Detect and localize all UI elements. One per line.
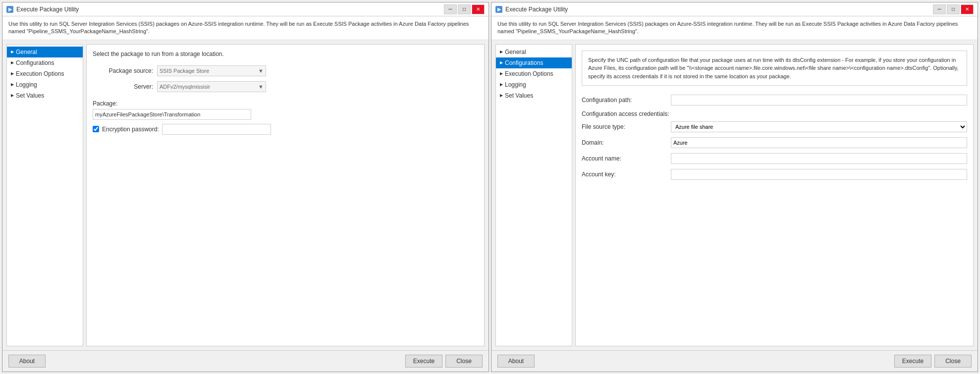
server-row: Server: ADFv2/mysqlmissisir ▼ bbox=[93, 81, 478, 92]
file-source-type-label: File source type: bbox=[582, 123, 671, 130]
file-source-type-select[interactable]: Azure file share File share FTP HTTP SFT… bbox=[671, 121, 967, 132]
account-name-row: Account name: bbox=[582, 153, 967, 164]
config-path-input[interactable] bbox=[671, 95, 967, 106]
app-icon-1: ▶ bbox=[6, 6, 13, 13]
nav-item-general-2[interactable]: ▶ General bbox=[496, 47, 572, 57]
window-body-2: ▶ General ▶ Configurations ▶ Execution O… bbox=[491, 40, 978, 350]
config-path-label: Configuration path: bbox=[582, 97, 671, 104]
window-title-1: Execute Package Utility bbox=[16, 6, 79, 13]
nav-arrow-c2: ▶ bbox=[500, 60, 503, 65]
title-bar-1: ▶ Execute Package Utility ─ □ ✕ bbox=[2, 2, 489, 16]
nav-arrow-1: ▶ bbox=[11, 50, 14, 54]
domain-row: Domain: bbox=[582, 137, 967, 148]
window-title-2: Execute Package Utility bbox=[505, 6, 568, 13]
package-label: Package: bbox=[93, 100, 478, 107]
maximize-button-1[interactable]: □ bbox=[458, 4, 471, 14]
about-button-1[interactable]: About bbox=[8, 355, 46, 368]
credentials-title: Configuration access credentials: bbox=[582, 110, 967, 117]
account-name-input[interactable] bbox=[671, 153, 967, 164]
window-2: ▶ Execute Package Utility ─ □ ✕ Use this… bbox=[491, 2, 978, 372]
package-source-label: Package source: bbox=[93, 67, 157, 74]
nav-item-set-values-1[interactable]: ▶ Set Values bbox=[7, 90, 83, 101]
title-bar-2: ▶ Execute Package Utility ─ □ ✕ bbox=[491, 2, 978, 16]
window-1: ▶ Execute Package Utility ─ □ ✕ Use this… bbox=[2, 2, 489, 372]
nav-panel-2: ▶ General ▶ Configurations ▶ Execution O… bbox=[495, 44, 572, 346]
footer-bar-2: About Execute Close bbox=[491, 350, 978, 372]
minimize-button-2[interactable]: ─ bbox=[933, 4, 946, 14]
dropdown-arrow-icon-server: ▼ bbox=[258, 84, 264, 90]
account-key-row: Account key: bbox=[582, 169, 967, 180]
nav-arrow-2: ▶ bbox=[11, 60, 14, 65]
nav-arrow-5: ▶ bbox=[11, 93, 14, 98]
nav-item-general-1[interactable]: ▶ General bbox=[7, 47, 83, 57]
package-input[interactable] bbox=[93, 109, 251, 120]
encryption-password-input[interactable] bbox=[162, 124, 271, 135]
package-source-control[interactable]: SSIS Package Store ▼ bbox=[157, 65, 266, 76]
title-buttons-1: ─ □ ✕ bbox=[444, 4, 485, 14]
footer-right-2: Execute Close bbox=[894, 355, 972, 368]
minimize-button-1[interactable]: ─ bbox=[444, 4, 457, 14]
package-section: Package: bbox=[93, 100, 478, 120]
description-bar-2: Use this utility to run SQL Server Integ… bbox=[491, 16, 978, 40]
account-key-input[interactable] bbox=[671, 169, 967, 180]
config-description: Specify the UNC path of configuration fi… bbox=[582, 51, 967, 86]
app-icon-2: ▶ bbox=[495, 6, 502, 13]
package-source-row: Package source: SSIS Package Store ▼ bbox=[93, 65, 478, 76]
execute-button-1[interactable]: Execute bbox=[405, 355, 442, 368]
nav-arrow-s2: ▶ bbox=[500, 93, 503, 98]
server-label: Server: bbox=[93, 83, 157, 90]
window-body-1: ▶ General ▶ Configurations ▶ Execution O… bbox=[2, 40, 489, 350]
encryption-row: Encryption password: bbox=[93, 124, 478, 135]
nav-item-configurations-1[interactable]: ▶ Configurations bbox=[7, 57, 83, 68]
nav-arrow-3: ▶ bbox=[11, 71, 14, 76]
about-button-2[interactable]: About bbox=[497, 355, 535, 368]
encryption-checkbox[interactable] bbox=[93, 126, 99, 132]
domain-label: Domain: bbox=[582, 139, 671, 146]
credentials-section: Configuration access credentials: File s… bbox=[582, 110, 967, 180]
nav-arrow-g2: ▶ bbox=[500, 50, 503, 54]
title-bar-left-2: ▶ Execute Package Utility bbox=[495, 6, 568, 13]
nav-item-logging-2[interactable]: ▶ Logging bbox=[496, 79, 572, 90]
domain-input[interactable] bbox=[671, 137, 967, 148]
title-buttons-2: ─ □ ✕ bbox=[933, 4, 974, 14]
close-button-2[interactable]: Close bbox=[934, 355, 972, 368]
config-form: Configuration path: Configuration access… bbox=[582, 91, 967, 189]
encryption-label: Encryption password: bbox=[102, 126, 159, 133]
description-bar-1: Use this utility to run SQL Server Integ… bbox=[2, 16, 489, 40]
footer-bar-1: About Execute Close bbox=[2, 350, 489, 372]
nav-item-execution-options-1[interactable]: ▶ Execution Options bbox=[7, 68, 83, 79]
account-key-label: Account key: bbox=[582, 171, 671, 178]
config-path-row: Configuration path: bbox=[582, 95, 967, 106]
close-window-button-2[interactable]: ✕ bbox=[961, 4, 974, 14]
nav-arrow-4: ▶ bbox=[11, 82, 14, 87]
nav-panel-1: ▶ General ▶ Configurations ▶ Execution O… bbox=[6, 44, 83, 346]
server-control[interactable]: ADFv2/mysqlmissisir ▼ bbox=[157, 81, 266, 92]
nav-item-execution-options-2[interactable]: ▶ Execution Options bbox=[496, 68, 572, 79]
nav-item-configurations-2[interactable]: ▶ Configurations bbox=[496, 57, 572, 68]
execute-button-2[interactable]: Execute bbox=[894, 355, 931, 368]
close-button-1[interactable]: Close bbox=[445, 355, 483, 368]
nav-arrow-l2: ▶ bbox=[500, 82, 503, 87]
content-header-1: Select the package to run from a storage… bbox=[93, 51, 478, 57]
file-source-type-row: File source type: Azure file share File … bbox=[582, 121, 967, 132]
content-panel-1: Select the package to run from a storage… bbox=[86, 44, 485, 346]
content-panel-2: Specify the UNC path of configuration fi… bbox=[575, 44, 974, 346]
maximize-button-2[interactable]: □ bbox=[947, 4, 960, 14]
close-window-button-1[interactable]: ✕ bbox=[472, 4, 485, 14]
dropdown-arrow-icon: ▼ bbox=[258, 68, 264, 74]
nav-arrow-e2: ▶ bbox=[500, 71, 503, 76]
nav-item-logging-1[interactable]: ▶ Logging bbox=[7, 79, 83, 90]
footer-right-1: Execute Close bbox=[405, 355, 483, 368]
title-bar-left-1: ▶ Execute Package Utility bbox=[6, 6, 79, 13]
account-name-label: Account name: bbox=[582, 155, 671, 162]
nav-item-set-values-2[interactable]: ▶ Set Values bbox=[496, 90, 572, 101]
